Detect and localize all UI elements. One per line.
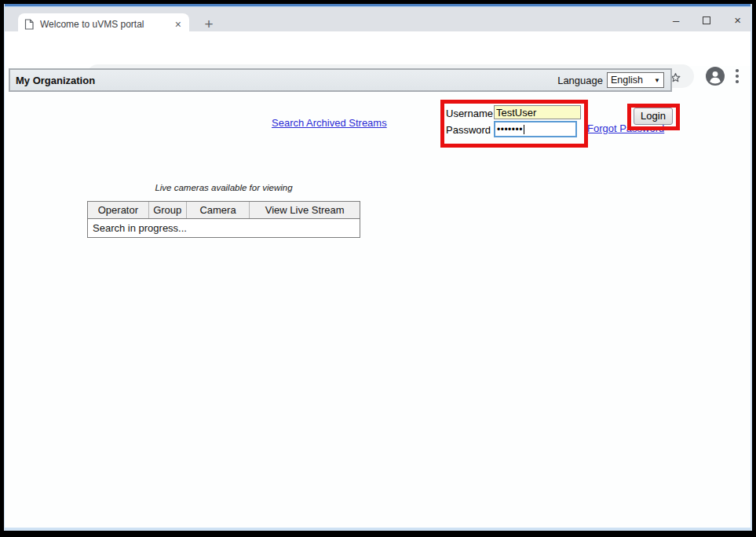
- username-input[interactable]: [494, 105, 581, 119]
- tab-close-icon[interactable]: ×: [173, 19, 183, 30]
- table-header-row: Operator Group Camera View Live Stream: [88, 202, 360, 219]
- page-title: My Organization: [16, 75, 95, 86]
- chevron-down-icon: ▼: [654, 77, 660, 84]
- login-button[interactable]: Login: [634, 108, 673, 125]
- window-maximize-button[interactable]: [703, 16, 710, 24]
- column-header-view-live-stream: View Live Stream: [249, 202, 360, 218]
- window-minimize-button[interactable]: –: [673, 13, 679, 27]
- new-tab-button[interactable]: +: [200, 16, 217, 33]
- username-label: Username: [446, 108, 493, 119]
- password-masked-value: •••••••: [497, 125, 523, 134]
- text-cursor: [524, 125, 524, 134]
- tab-title: Welcome to uVMS portal: [40, 19, 173, 30]
- column-header-operator: Operator: [88, 202, 148, 218]
- language-label: Language: [557, 75, 603, 86]
- table-status-row: Search in progress...: [88, 219, 360, 237]
- browser-menu-icon[interactable]: [736, 69, 739, 86]
- password-input[interactable]: •••••••: [494, 121, 577, 137]
- language-selected-value: English: [611, 75, 654, 86]
- browser-window: Welcome to uVMS portal × + – × 127.0.0.1…: [4, 4, 752, 531]
- org-header-bar: My Organization Language English ▼: [9, 68, 672, 92]
- tab-strip: Welcome to uVMS portal × + – ×: [5, 7, 751, 31]
- search-archived-streams-link[interactable]: Search Archived Streams: [272, 117, 387, 129]
- live-cameras-table: Operator Group Camera View Live Stream S…: [87, 201, 360, 238]
- page-favicon-icon: [24, 19, 34, 30]
- profile-avatar-icon[interactable]: [706, 67, 725, 86]
- live-cameras-caption: Live cameras available for viewing: [87, 183, 360, 192]
- column-header-group: Group: [148, 202, 186, 218]
- language-select[interactable]: English ▼: [607, 72, 664, 88]
- browser-toolbar: 127.0.0.1/uVMS/Default.aspx: [5, 31, 751, 66]
- password-label: Password: [446, 124, 491, 136]
- column-header-camera: Camera: [186, 202, 250, 218]
- window-close-button[interactable]: ×: [734, 13, 741, 27]
